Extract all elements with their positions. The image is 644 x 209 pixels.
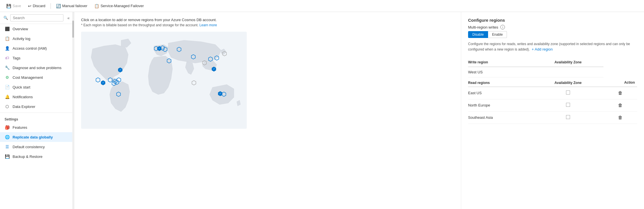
settings-section-label: Settings xyxy=(0,114,74,122)
search-icon: 🔍 xyxy=(3,16,8,20)
sidebar-item-tags[interactable]: 🏷 Tags xyxy=(0,53,74,63)
diagnose-icon: 🔧 xyxy=(5,65,10,70)
backup-icon: 💾 xyxy=(5,154,10,159)
north-europe-az-checkbox xyxy=(533,99,603,111)
east-us-availability-zone-checkbox[interactable] xyxy=(566,91,570,95)
manual-failover-button[interactable]: 🔄 Manual failover xyxy=(53,3,90,9)
table-row: East US 🗑 xyxy=(468,87,637,99)
config-section: Configure regions Multi-region writes i … xyxy=(461,12,644,209)
sidebar-item-data-explorer[interactable]: ⬡ Data Explorer xyxy=(0,102,74,111)
service-managed-failover-button[interactable]: 📋 Service-Managed Failover xyxy=(91,3,147,9)
sidebar-search-container: 🔍 « xyxy=(0,12,74,24)
sidebar: 🔍 « ⬛ Overview 📋 Activity log 👤 Access c… xyxy=(0,12,74,209)
world-map-svg: ✓ ✓ ✓ ✓ xyxy=(81,32,247,129)
southeast-asia-delete: 🗑 xyxy=(603,111,637,124)
tags-icon: 🏷 xyxy=(5,56,10,60)
table-row: Southeast Asia 🗑 xyxy=(468,111,637,124)
sidebar-item-notifications[interactable]: 🔔 Notifications xyxy=(0,92,74,102)
quick-start-icon: 📄 xyxy=(5,85,10,89)
map-note: * Each region is billable based on the t… xyxy=(81,23,454,27)
config-description: Configure the regions for reads, writes … xyxy=(468,41,637,52)
east-us-az-checkbox xyxy=(533,87,603,99)
map-container: ✓ ✓ ✓ ✓ xyxy=(81,32,247,130)
availability-zone-header-write: Availability Zone xyxy=(533,58,603,67)
read-regions-section-header: Read regions Availability Zone Action xyxy=(468,77,637,87)
service-failover-icon: 📋 xyxy=(94,4,99,8)
north-europe-delete: 🗑 xyxy=(603,99,637,111)
toolbar: 💾 Save ↩ Discard 🔄 Manual failover 📋 Ser… xyxy=(0,0,644,12)
east-us-delete: 🗑 xyxy=(603,87,637,99)
north-europe-availability-zone-checkbox[interactable] xyxy=(566,103,570,107)
cost-management-icon: ⚙ xyxy=(5,75,10,80)
table-row: West US xyxy=(468,67,637,77)
scrollbar-thumb[interactable] xyxy=(72,21,74,38)
sidebar-item-features[interactable]: 🎒 Features xyxy=(0,122,74,132)
data-explorer-icon: ⬡ xyxy=(5,104,10,109)
config-title: Configure regions xyxy=(468,18,637,23)
content-area: Click on a location to add or remove reg… xyxy=(74,12,644,209)
sidebar-item-diagnose[interactable]: 🔧 Diagnose and solve problems xyxy=(0,63,74,73)
learn-more-link[interactable]: Learn more xyxy=(199,23,217,27)
svg-text:✓: ✓ xyxy=(119,69,121,71)
map-section: Click on a location to add or remove reg… xyxy=(74,12,461,209)
read-region-southeast-asia: Southeast Asia xyxy=(468,111,533,124)
map-description: Click on a location to add or remove reg… xyxy=(81,18,454,22)
svg-text:✓: ✓ xyxy=(219,92,221,95)
multi-region-row: Multi-region writes i xyxy=(468,25,637,29)
replicate-icon: 🌐 xyxy=(5,135,10,139)
disable-toggle-button[interactable]: Disable xyxy=(468,31,488,38)
overview-icon: ⬛ xyxy=(5,27,10,31)
main-layout: 🔍 « ⬛ Overview 📋 Activity log 👤 Access c… xyxy=(0,12,644,209)
region-table: Write region Availability Zone West US R… xyxy=(468,58,637,124)
save-icon: 💾 xyxy=(6,4,11,8)
sidebar-item-replicate-data[interactable]: 🌐 Replicate data globally xyxy=(0,132,74,142)
sidebar-item-default-consistency[interactable]: ☰ Default consistency xyxy=(0,142,74,152)
delete-north-europe-button[interactable]: 🗑 xyxy=(616,102,624,108)
discard-button[interactable]: ↩ Discard xyxy=(25,3,48,9)
svg-text:✓: ✓ xyxy=(159,47,161,50)
delete-east-us-button[interactable]: 🗑 xyxy=(616,90,624,96)
write-region-header: Write region xyxy=(468,58,533,67)
enable-toggle-button[interactable]: Enable xyxy=(488,31,507,38)
sidebar-item-overview[interactable]: ⬛ Overview xyxy=(0,24,74,34)
southeast-asia-az-checkbox xyxy=(533,111,603,124)
save-button[interactable]: 💾 Save xyxy=(3,3,24,9)
read-region-north-europe: North Europe xyxy=(468,99,533,111)
discard-icon: ↩ xyxy=(28,4,31,8)
svg-text:✓: ✓ xyxy=(102,81,104,84)
access-control-icon: 👤 xyxy=(5,46,10,51)
scrollbar-track xyxy=(72,12,74,209)
toolbar-divider xyxy=(51,3,51,9)
sidebar-item-access-control[interactable]: 👤 Access control (IAM) xyxy=(0,43,74,53)
table-row: North Europe 🗑 xyxy=(468,99,637,111)
sidebar-item-quick-start[interactable]: 📄 Quick start xyxy=(0,82,74,92)
search-input[interactable] xyxy=(10,14,63,21)
multi-region-label: Multi-region writes xyxy=(468,25,498,29)
activity-log-icon: 📋 xyxy=(5,36,10,41)
write-region-name: West US xyxy=(468,67,533,77)
southeast-asia-availability-zone-checkbox[interactable] xyxy=(566,115,570,119)
sidebar-item-backup-restore[interactable]: 💾 Backup & Restore xyxy=(0,152,74,161)
info-icon[interactable]: i xyxy=(500,25,505,29)
read-region-east-us: East US xyxy=(468,87,533,99)
write-region-az xyxy=(533,67,603,77)
sidebar-item-activity-log[interactable]: 📋 Activity log xyxy=(0,34,74,43)
failover-icon: 🔄 xyxy=(56,4,61,8)
svg-text:✓: ✓ xyxy=(213,68,215,70)
multi-region-toggle: Disable Enable xyxy=(468,31,637,38)
consistency-icon: ☰ xyxy=(5,144,10,149)
add-region-link[interactable]: + Add region xyxy=(532,47,553,51)
notifications-icon: 🔔 xyxy=(5,95,10,99)
sidebar-divider xyxy=(0,112,74,113)
collapse-sidebar-button[interactable]: « xyxy=(66,15,71,21)
features-icon: 🎒 xyxy=(5,125,10,130)
delete-southeast-asia-button[interactable]: 🗑 xyxy=(616,114,624,121)
sidebar-item-cost-management[interactable]: ⚙ Cost Management xyxy=(0,73,74,82)
content-body: Click on a location to add or remove reg… xyxy=(74,12,644,209)
